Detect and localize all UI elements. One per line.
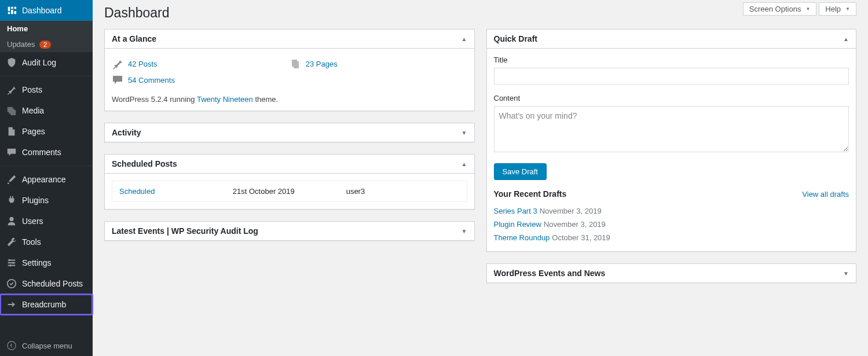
toggle-up-icon[interactable]: ▲	[462, 161, 467, 167]
quick-draft-title: Quick Draft	[494, 34, 537, 43]
scheduled-posts-box: Scheduled Posts ▲ Scheduled 21st October…	[104, 154, 475, 210]
pin-icon	[112, 58, 123, 69]
submenu-updates-label: Updates	[7, 40, 35, 49]
shield-icon	[6, 57, 17, 68]
user-icon	[6, 215, 17, 227]
glance-pages: 23 Pages	[290, 56, 467, 72]
list-item: Series Part 3November 3, 2019	[494, 204, 849, 218]
latest-events-title: Latest Events | WP Security Audit Log	[112, 226, 258, 236]
sidebar-item-label: Settings	[22, 258, 52, 267]
activity-box: Activity ▼	[104, 123, 475, 142]
at-a-glance-box: At a Glance ▲ 42 Posts 23 Pages	[104, 29, 475, 111]
wp-version-line: WordPress 5.2.4 running Twenty Nineteen …	[112, 95, 467, 104]
help-button[interactable]: Help	[819, 2, 856, 16]
scheduled-table: Scheduled 21st October 2019 user3	[112, 181, 467, 202]
collapse-menu[interactable]: Collapse menu	[0, 335, 93, 356]
table-row: Scheduled 21st October 2019 user3	[112, 181, 467, 201]
glance-comments: 54 Comments	[112, 72, 290, 88]
scheduled-posts-title: Scheduled Posts	[112, 159, 177, 168]
clock-check-icon	[6, 278, 17, 289]
top-buttons: Screen Options Help	[743, 2, 856, 16]
glance-pages-link[interactable]: 23 Pages	[306, 60, 338, 68]
draft-content-textarea[interactable]	[494, 106, 849, 152]
draft-link[interactable]: Theme Roundup	[494, 233, 550, 242]
toggle-down-icon[interactable]: ▼	[843, 270, 849, 277]
left-column: At a Glance ▲ 42 Posts 23 Pages	[104, 29, 475, 283]
draft-link[interactable]: Series Part 3	[494, 207, 537, 215]
right-column: Quick Draft ▲ Title Content Save Draft Y…	[486, 29, 857, 283]
sidebar-item-audit-log[interactable]: Audit Log	[0, 52, 93, 73]
theme-link[interactable]: Twenty Nineteen	[197, 95, 253, 104]
sidebar-item-label: Users	[22, 216, 43, 226]
recent-drafts-list: Series Part 3November 3, 2019 Plugin Rev…	[494, 204, 849, 244]
save-draft-button[interactable]: Save Draft	[494, 163, 547, 180]
activity-title: Activity	[112, 128, 141, 137]
toggle-up-icon[interactable]: ▲	[843, 36, 849, 42]
sidebar-item-label: Audit Log	[22, 58, 56, 67]
sidebar-item-label: Media	[22, 106, 44, 115]
quick-draft-box: Quick Draft ▲ Title Content Save Draft Y…	[486, 29, 857, 252]
sidebar-item-label: Scheduled Posts	[22, 279, 83, 288]
sidebar-item-settings[interactable]: Settings	[0, 252, 93, 273]
sidebar-item-label: Dashboard	[22, 6, 62, 15]
sidebar-item-label: Tools	[22, 237, 41, 247]
sidebar-item-media[interactable]: Media	[0, 100, 93, 121]
sidebar-item-plugins[interactable]: Plugins	[0, 190, 93, 211]
submenu-home[interactable]: Home	[0, 21, 93, 36]
draft-date: November 3, 2019	[544, 220, 606, 229]
sidebar-item-scheduled-posts[interactable]: Scheduled Posts	[0, 273, 93, 294]
scheduled-status-link[interactable]: Scheduled	[119, 187, 155, 196]
comment-icon	[6, 146, 17, 158]
draft-date: November 3, 2019	[540, 207, 602, 215]
pages-icon	[290, 58, 301, 69]
sidebar-item-comments[interactable]: Comments	[0, 142, 93, 163]
submenu-updates[interactable]: Updates 2	[0, 36, 93, 52]
comment-icon	[112, 74, 123, 86]
glance-comments-link[interactable]: 54 Comments	[128, 76, 175, 85]
events-news-box: WordPress Events and News ▼	[486, 263, 857, 283]
sidebar-item-pages[interactable]: Pages	[0, 121, 93, 142]
latest-events-box: Latest Events | WP Security Audit Log ▼	[104, 221, 475, 241]
sidebar-item-posts[interactable]: Posts	[0, 79, 93, 100]
wrench-icon	[6, 236, 17, 248]
sidebar-item-dashboard[interactable]: Dashboard	[0, 0, 93, 21]
draft-link[interactable]: Plugin Review	[494, 220, 541, 229]
view-all-drafts-link[interactable]: View all drafts	[802, 190, 849, 199]
list-item: Theme RoundupOctober 31, 2019	[494, 231, 849, 244]
glance-posts: 42 Posts	[112, 56, 290, 72]
draft-title-input[interactable]	[494, 68, 849, 85]
plug-icon	[6, 194, 17, 206]
dashboard-submenu: Home Updates 2	[0, 21, 93, 52]
admin-sidebar: Dashboard Home Updates 2 Audit Log Posts…	[0, 0, 93, 356]
scheduled-date: 21st October 2019	[233, 187, 346, 196]
sidebar-item-label: Comments	[22, 148, 61, 157]
screen-options-button[interactable]: Screen Options	[743, 2, 817, 16]
sidebar-item-label: Breadcrumb	[22, 300, 66, 309]
sidebar-item-breadcrumb[interactable]: Breadcrumb	[0, 294, 93, 315]
scheduled-user: user3	[346, 187, 460, 196]
list-item: Plugin ReviewNovember 3, 2019	[494, 218, 849, 231]
help-label: Help	[825, 5, 841, 13]
toggle-down-icon[interactable]: ▼	[462, 228, 467, 234]
recent-drafts-heading: Your Recent Drafts	[494, 189, 567, 199]
sidebar-item-users[interactable]: Users	[0, 211, 93, 232]
collapse-label: Collapse menu	[22, 342, 72, 350]
sidebar-item-appearance[interactable]: Appearance	[0, 169, 93, 190]
sidebar-item-tools[interactable]: Tools	[0, 232, 93, 252]
updates-badge: 2	[39, 41, 51, 49]
draft-date: October 31, 2019	[552, 233, 610, 242]
pin-icon	[6, 84, 17, 96]
version-suffix: theme.	[253, 95, 278, 104]
toggle-up-icon[interactable]: ▲	[462, 36, 467, 42]
pages-icon	[6, 126, 17, 137]
sidebar-item-label: Appearance	[22, 175, 66, 184]
version-prefix: WordPress 5.2.4 running	[112, 95, 197, 104]
toggle-down-icon[interactable]: ▼	[462, 130, 467, 136]
glance-posts-link[interactable]: 42 Posts	[128, 60, 158, 68]
title-label: Title	[494, 56, 849, 64]
arrow-right-icon	[6, 299, 17, 310]
dashboard-icon	[6, 5, 17, 16]
collapse-icon	[6, 340, 17, 351]
brush-icon	[6, 174, 17, 185]
events-news-title: WordPress Events and News	[494, 269, 606, 278]
